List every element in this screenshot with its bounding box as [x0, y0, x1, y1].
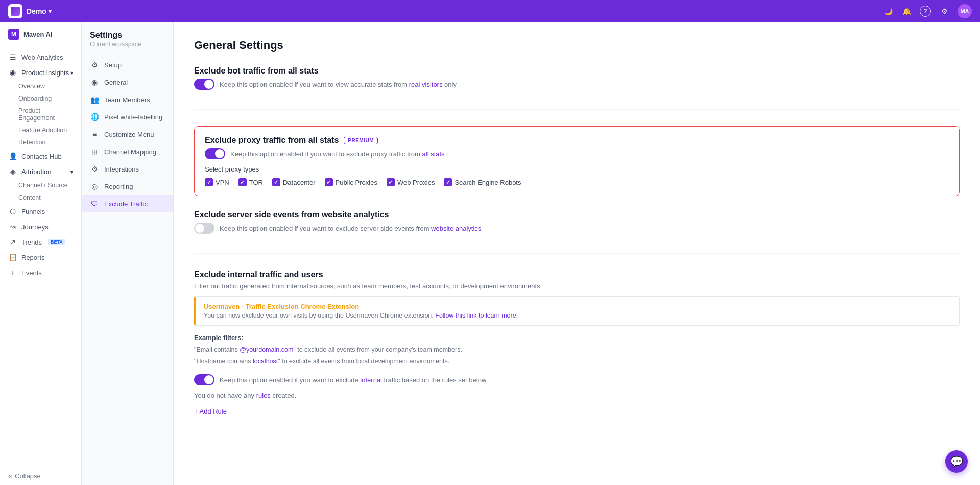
settings-nav-setup[interactable]: ⚙ Setup — [82, 56, 173, 74]
sidebar-item-web-analytics[interactable]: ☰ Web Analytics — [0, 50, 81, 65]
sidebar-sub-feature-adoption[interactable]: Feature Adoption — [0, 124, 81, 136]
datacenter-checkbox[interactable]: ✓ — [272, 178, 280, 186]
settings-nav-label: Reporting — [104, 183, 133, 190]
settings-nav-channel-mapping[interactable]: ⊞ Channel Mapping — [82, 143, 173, 160]
customize-icon: ≡ — [90, 130, 99, 138]
avatar[interactable]: MA — [958, 4, 972, 18]
topbar: Demo ▾ 🌙 🔔 ? ⚙ MA — [0, 0, 980, 22]
settings-nav-exclude-traffic[interactable]: 🛡 Exclude Traffic — [82, 195, 173, 212]
internal-traffic-title: Exclude internal traffic and users — [194, 270, 960, 279]
channel-mapping-icon: ⊞ — [90, 148, 99, 156]
trends-icon: ↗ — [8, 238, 17, 246]
internal-link: internal — [360, 376, 382, 384]
proxy-traffic-title: Exclude proxy traffic from all stats PRE… — [205, 136, 949, 145]
sidebar-item-label: Trends — [21, 238, 42, 246]
sidebar-sub-retention[interactable]: Retention — [0, 136, 81, 149]
settings-nav-reporting[interactable]: ◎ Reporting — [82, 178, 173, 195]
settings-nav-label: Exclude Traffic — [104, 200, 148, 208]
reports-icon: 📋 — [8, 253, 17, 261]
checkbox-public-proxies[interactable]: ✓ Public Proxies — [325, 178, 377, 186]
web-proxies-label: Web Proxies — [397, 179, 435, 186]
sidebar-sub-product-engagement[interactable]: Product Engagement — [0, 105, 81, 124]
main-content: General Settings Exclude bot traffic fro… — [174, 22, 980, 485]
proxy-traffic-box: Exclude proxy traffic from all stats PRE… — [194, 126, 960, 196]
sidebar-sub-onboarding[interactable]: Onboarding — [0, 92, 81, 105]
sidebar-item-journeys[interactable]: ↝ Journeys — [0, 219, 81, 234]
settings-nav-pixel[interactable]: 🌐 Pixel white-labelling — [82, 108, 173, 126]
vpn-label: VPN — [216, 179, 229, 186]
section-bot-traffic: Exclude bot traffic from all stats Keep … — [194, 66, 960, 110]
sidebar-section-main: ☰ Web Analytics ◉ Product Insights ▾ Ove… — [0, 46, 81, 283]
checkbox-web-proxies[interactable]: ✓ Web Proxies — [387, 178, 435, 186]
vpn-checkbox[interactable]: ✓ — [205, 178, 213, 186]
settings-nav-general[interactable]: ◉ General — [82, 74, 173, 91]
checkbox-datacenter[interactable]: ✓ Datacenter — [272, 178, 316, 186]
sidebar-sub-overview[interactable]: Overview — [0, 80, 81, 92]
add-rule-button[interactable]: + Add Rule — [194, 405, 227, 417]
server-side-desc: Keep this option enabled if you want to … — [220, 225, 481, 232]
sidebar-item-label: Reports — [21, 254, 45, 261]
checkbox-tor[interactable]: ✓ TOR — [238, 178, 263, 186]
server-side-title: Exclude server side events from website … — [194, 210, 960, 220]
chat-fab-button[interactable]: 💬 — [945, 450, 968, 473]
settings-nav-team-members[interactable]: 👥 Team Members — [82, 91, 173, 108]
sidebar-item-trends[interactable]: ↗ Trends BETA — [0, 234, 81, 250]
no-rules-text: You do not have any rules created. — [194, 392, 960, 399]
collapse-button[interactable]: « Collapse — [8, 472, 73, 480]
exclude-traffic-icon: 🛡 — [90, 200, 99, 208]
add-rule-label: + Add Rule — [194, 407, 227, 415]
sidebar-brand: M Maven AI — [0, 22, 81, 46]
settings-nav-integrations[interactable]: ⚙ Integrations — [82, 160, 173, 178]
topbar-right: 🌙 🔔 ? ⚙ MA — [883, 4, 972, 18]
section-internal-traffic: Exclude internal traffic and users Filte… — [194, 270, 960, 431]
sidebar-item-product-insights[interactable]: ◉ Product Insights ▾ — [0, 65, 81, 80]
checkbox-search-engine-robots[interactable]: ✓ Search Engine Robots — [444, 178, 521, 186]
settings-header: Settings Current workspace — [82, 22, 173, 56]
server-side-toggle[interactable] — [194, 223, 214, 234]
internal-traffic-toggle[interactable] — [194, 374, 214, 385]
settings-nav-label: Team Members — [104, 96, 150, 104]
settings-nav-label: General — [104, 79, 128, 86]
sidebar-item-funnels[interactable]: ⬡ Funnels — [0, 204, 81, 219]
settings-title: Settings — [90, 31, 165, 40]
internal-traffic-desc: Filter out traffic generated from intern… — [194, 282, 960, 290]
rules-highlight: rules — [256, 392, 271, 399]
public-proxies-checkbox[interactable]: ✓ — [325, 178, 333, 186]
sidebar-sub-content[interactable]: Content — [0, 191, 81, 204]
bell-icon[interactable]: 🔔 — [901, 6, 912, 16]
topbar-left: Demo ▾ — [8, 4, 52, 18]
journeys-icon: ↝ — [8, 223, 17, 231]
sidebar-item-contacts-hub[interactable]: 👤 Contacts Hub — [0, 149, 81, 164]
settings-subtitle: Current workspace — [90, 41, 165, 48]
settings-icon[interactable]: ⚙ — [939, 6, 949, 16]
help-icon[interactable]: ? — [920, 6, 931, 17]
sidebar-item-events[interactable]: + Events — [0, 265, 81, 280]
tor-checkbox[interactable]: ✓ — [238, 178, 247, 186]
example-line-1: "Email contains @yourdomain.com" to excl… — [194, 344, 960, 356]
sidebar-item-attribution[interactable]: ◈ Attribution ▾ — [0, 164, 81, 179]
general-icon: ◉ — [90, 78, 99, 86]
bot-traffic-desc: Keep this option enabled if you want to … — [220, 81, 457, 88]
search-robots-checkbox[interactable]: ✓ — [444, 178, 452, 186]
left-sidebar: M Maven AI ☰ Web Analytics ◉ Product Ins… — [0, 22, 82, 485]
sidebar-item-reports[interactable]: 📋 Reports — [0, 250, 81, 265]
settings-nav-customize[interactable]: ≡ Customize Menu — [82, 126, 173, 143]
sidebar-sub-channel-source[interactable]: Channel / Source — [0, 179, 81, 191]
proxy-traffic-desc: Keep this option enabled if you want to … — [230, 150, 445, 158]
toggle-thumb — [195, 224, 204, 233]
follow-link[interactable]: Follow this link to learn more. — [435, 312, 518, 319]
web-proxies-checkbox[interactable]: ✓ — [387, 178, 395, 186]
funnels-icon: ⬡ — [8, 207, 17, 215]
chat-icon: 💬 — [950, 455, 963, 468]
checkbox-vpn[interactable]: ✓ VPN — [205, 178, 229, 186]
proxy-traffic-toggle[interactable] — [205, 148, 225, 159]
settings-sidebar: Settings Current workspace ⚙ Setup ◉ Gen… — [82, 22, 174, 485]
moon-icon[interactable]: 🌙 — [883, 6, 893, 16]
workspace-selector[interactable]: Demo ▾ — [27, 7, 52, 15]
proxy-traffic-toggle-row: Keep this option enabled if you want to … — [205, 148, 949, 159]
real-visitors-link: real visitors — [409, 81, 443, 88]
settings-nav-label: Channel Mapping — [104, 148, 156, 156]
chevron-down-icon: ▾ — [49, 8, 52, 15]
bot-traffic-toggle[interactable] — [194, 79, 214, 90]
sidebar-item-label: Funnels — [21, 208, 45, 215]
